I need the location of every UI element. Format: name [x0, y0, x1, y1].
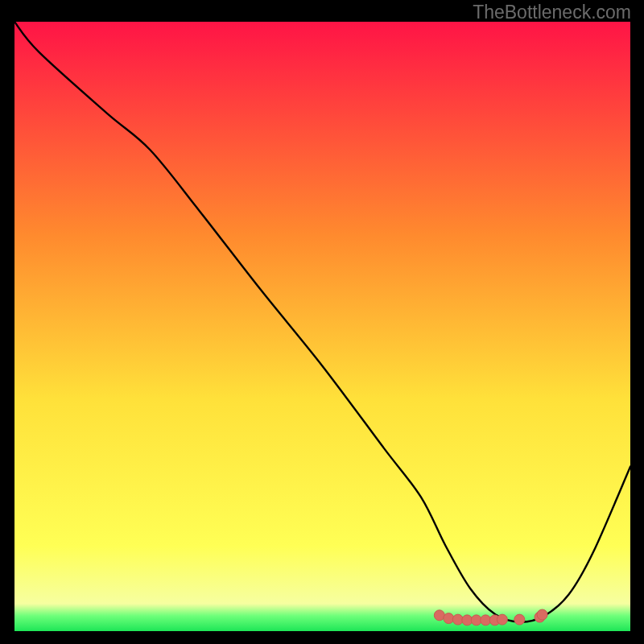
optimal-marker [444, 613, 454, 624]
bottleneck-chart [14, 22, 630, 631]
plot-area [14, 22, 630, 631]
optimal-marker [514, 614, 525, 625]
optimal-marker [497, 614, 507, 625]
chart-root: TheBottleneck.com [0, 0, 644, 644]
watermark-text: TheBottleneck.com [473, 2, 631, 23]
optimal-marker [537, 609, 547, 620]
